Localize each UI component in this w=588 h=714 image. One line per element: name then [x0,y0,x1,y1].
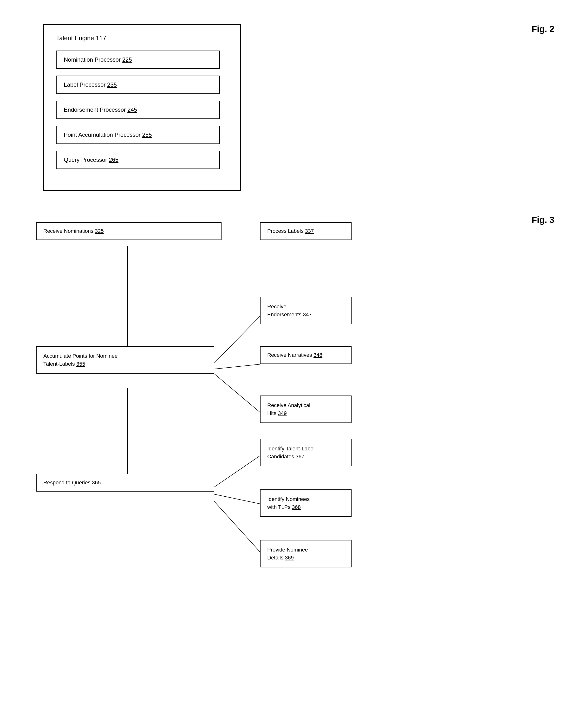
process-labels-number: 337 [305,228,314,234]
receive-narratives-label: Receive Narratives [267,352,314,358]
svg-line-8 [214,501,260,552]
receive-analytical-hits-number: 349 [278,410,287,416]
talent-engine-box: Talent Engine 117 Nomination Processor 2… [43,24,241,191]
receive-narratives-number: 348 [314,352,322,358]
respond-queries-label: Respond to Queries [43,479,92,485]
label-processor-label: Label Processor [64,81,107,88]
query-processor-label: Query Processor [64,156,109,163]
respond-queries-number: 365 [92,479,101,485]
svg-line-7 [214,494,260,504]
nomination-processor-number: 225 [122,56,132,63]
identify-talent-label-box: Identify Talent-LabelCandidates 367 [260,439,352,466]
label-processor-box: Label Processor 235 [56,75,220,94]
identify-talent-label-label: Identify Talent-LabelCandidates [267,446,315,459]
receive-narratives-box: Receive Narratives 348 [260,346,352,364]
label-processor-number: 235 [107,81,117,88]
nomination-processor-label: Nomination Processor [64,56,122,63]
receive-endorsements-box: ReceiveEndorsements 347 [260,297,352,324]
talent-engine-title: Talent Engine 117 [56,35,228,42]
endorsement-processor-box: Endorsement Processor 245 [56,101,220,119]
accumulate-points-box: Accumulate Points for NomineeTalent-Labe… [36,346,214,374]
receive-nominations-label: Receive Nominations [43,228,95,234]
svg-line-4 [214,374,260,412]
respond-queries-box: Respond to Queries 365 [36,474,214,492]
receive-endorsements-number: 347 [303,311,312,318]
identify-nominees-number: 368 [292,504,301,510]
endorsement-processor-number: 245 [127,106,137,113]
point-accumulation-processor-box: Point Accumulation Processor 255 [56,126,220,144]
process-labels-label: Process Labels [267,228,305,234]
receive-analytical-hits-label: Receive AnalyticalHits [267,402,310,416]
point-accumulation-processor-label: Point Accumulation Processor [64,131,142,138]
page: Fig. 2 Talent Engine 117 Nomination Proc… [0,0,588,614]
fig2-container: Fig. 2 Talent Engine 117 Nomination Proc… [43,24,569,191]
process-labels-box: Process Labels 337 [260,222,352,240]
identify-talent-label-number: 367 [295,454,304,459]
svg-line-2 [214,316,260,363]
identify-nominees-label: Identify Nomineeswith TLPs [267,496,310,510]
provide-details-number: 369 [285,555,294,561]
fig3-diagram: Receive Nominations 325 Process Labels 3… [34,215,539,600]
fig2-label: Fig. 2 [532,24,554,34]
receive-analytical-hits-box: Receive AnalyticalHits 349 [260,395,352,423]
nomination-processor-box: Nomination Processor 225 [56,50,220,69]
receive-nominations-box: Receive Nominations 325 [36,222,222,240]
endorsement-processor-label: Endorsement Processor [64,106,127,113]
svg-line-6 [214,456,260,487]
point-accumulation-processor-number: 255 [142,131,152,138]
receive-nominations-number: 325 [95,228,104,234]
provide-details-box: Provide NomineeDetails 369 [260,540,352,567]
talent-engine-name: Talent Engine [56,35,96,42]
fig3-section: Fig. 3 [34,215,569,600]
query-processor-box: Query Processor 265 [56,151,220,169]
talent-engine-number: 117 [96,35,106,42]
accumulate-points-number: 355 [76,361,85,367]
receive-endorsements-label: ReceiveEndorsements [267,304,303,318]
identify-nominees-box: Identify Nomineeswith TLPs 368 [260,490,352,517]
svg-line-3 [214,364,260,369]
query-processor-number: 265 [109,156,119,163]
